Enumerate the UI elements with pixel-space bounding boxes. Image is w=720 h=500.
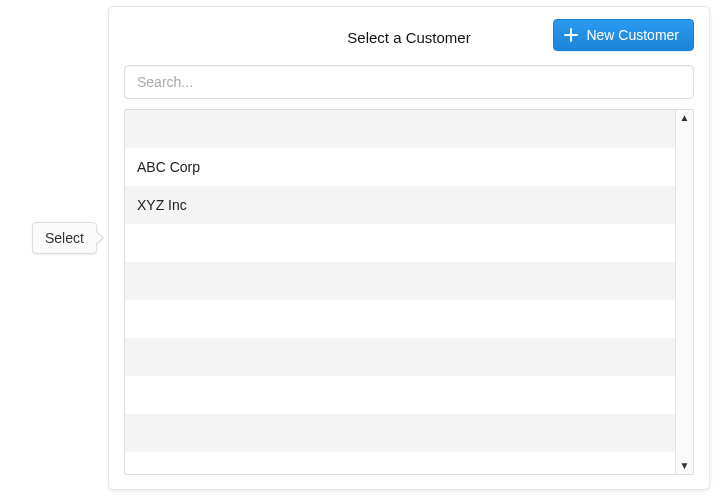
scroll-up-icon[interactable]: ▲ <box>680 113 690 123</box>
customer-list-rows: ABC Corp XYZ Inc <box>125 110 675 474</box>
list-item[interactable] <box>125 262 675 300</box>
list-item[interactable]: ABC Corp <box>125 148 675 186</box>
scroll-down-icon[interactable]: ▼ <box>680 461 690 471</box>
new-customer-button[interactable]: New Customer <box>553 19 694 51</box>
list-item[interactable] <box>125 376 675 414</box>
list-item[interactable] <box>125 452 675 474</box>
select-tooltip-label: Select <box>45 230 84 246</box>
list-item-label: ABC Corp <box>137 159 200 175</box>
new-customer-button-label: New Customer <box>586 27 679 43</box>
list-item-label: XYZ Inc <box>137 197 187 213</box>
list-item[interactable] <box>125 414 675 452</box>
search-input[interactable] <box>124 65 694 99</box>
panel-title: Select a Customer <box>347 29 470 46</box>
list-item[interactable] <box>125 110 675 148</box>
plus-icon <box>564 28 578 42</box>
search-container <box>124 65 694 99</box>
select-tooltip[interactable]: Select <box>32 222 97 254</box>
panel-header: Select a Customer New Customer <box>124 19 694 55</box>
list-item[interactable]: XYZ Inc <box>125 186 675 224</box>
list-item[interactable] <box>125 300 675 338</box>
list-item[interactable] <box>125 224 675 262</box>
customer-picker-panel: Select a Customer New Customer ABC Corp … <box>108 6 710 490</box>
customer-list: ABC Corp XYZ Inc ▲ ▼ <box>124 109 694 475</box>
list-item[interactable] <box>125 338 675 376</box>
scrollbar[interactable]: ▲ ▼ <box>675 110 693 474</box>
